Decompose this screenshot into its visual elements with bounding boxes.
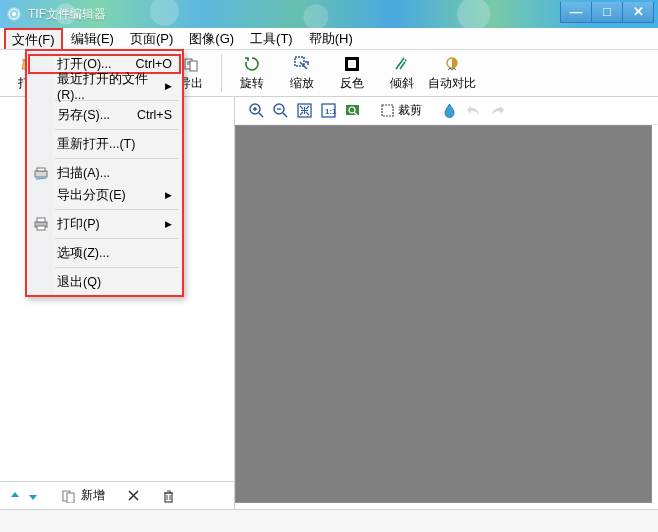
menu-image[interactable]: 图像(G) bbox=[181, 28, 242, 49]
svg-rect-13 bbox=[348, 60, 356, 68]
menu-tools[interactable]: 工具(T) bbox=[242, 28, 301, 49]
app-window: TIF文件编辑器 — □ ✕ 文件(F) 编辑(E) 页面(P) 图像(G) 工… bbox=[0, 0, 658, 532]
tb-skew[interactable]: 倾斜 bbox=[378, 52, 426, 94]
svg-rect-26 bbox=[35, 171, 47, 177]
svg-rect-17 bbox=[165, 493, 172, 502]
redo-button[interactable] bbox=[486, 100, 508, 122]
menu-separator bbox=[55, 267, 178, 268]
menu-edit[interactable]: 编辑(E) bbox=[63, 28, 122, 49]
export-icon bbox=[182, 55, 200, 73]
skew-icon bbox=[393, 55, 411, 73]
status-bar bbox=[0, 509, 658, 532]
new-page-icon bbox=[62, 489, 78, 503]
menu-page[interactable]: 页面(P) bbox=[122, 28, 181, 49]
canvas[interactable] bbox=[235, 125, 652, 503]
window-title: TIF文件编辑器 bbox=[28, 6, 106, 23]
window-controls: — □ ✕ bbox=[560, 6, 658, 23]
svg-rect-10 bbox=[190, 61, 197, 71]
file-menu-save-as[interactable]: 另存(S)... Ctrl+S bbox=[27, 104, 182, 126]
new-page-button[interactable]: 新增 bbox=[62, 487, 105, 504]
droplet-button[interactable] bbox=[438, 100, 460, 122]
menu-separator bbox=[55, 158, 178, 159]
file-menu-export-pages[interactable]: 导出分页(E) ▶ bbox=[27, 184, 182, 206]
tb-zoom[interactable]: 缩放 bbox=[278, 52, 326, 94]
file-menu-exit[interactable]: 退出(Q) bbox=[27, 271, 182, 293]
delete-page-button[interactable] bbox=[127, 489, 140, 502]
chevron-right-icon: ▶ bbox=[165, 81, 172, 91]
file-menu-reopen[interactable]: 重新打开...(T) bbox=[27, 133, 182, 155]
tb-rotate[interactable]: 旋转 bbox=[228, 52, 276, 94]
close-button[interactable]: ✕ bbox=[623, 2, 654, 23]
zoom-in-button[interactable] bbox=[245, 100, 267, 122]
menu-separator bbox=[55, 209, 178, 210]
scanner-icon bbox=[33, 165, 49, 181]
svg-rect-25 bbox=[382, 105, 393, 116]
titlebar: TIF文件编辑器 — □ ✕ bbox=[0, 0, 658, 28]
view-toolbar: 1:1 裁剪 bbox=[235, 97, 658, 125]
move-up-button[interactable] bbox=[8, 489, 22, 503]
left-pane-toolbar: 新增 bbox=[0, 481, 234, 509]
zoom-region-button[interactable] bbox=[341, 100, 363, 122]
undo-button[interactable] bbox=[462, 100, 484, 122]
zoom-icon bbox=[293, 55, 311, 73]
app-icon bbox=[6, 6, 22, 22]
trash-button[interactable] bbox=[162, 489, 175, 503]
crop-button[interactable]: 裁剪 bbox=[377, 100, 424, 122]
svg-rect-30 bbox=[37, 226, 45, 230]
file-menu-options[interactable]: 选项(Z)... bbox=[27, 242, 182, 264]
chevron-right-icon: ▶ bbox=[165, 190, 172, 200]
file-menu-print[interactable]: 打印(P) ▶ bbox=[27, 213, 182, 235]
menu-file[interactable]: 文件(F) bbox=[4, 28, 63, 49]
minimize-button[interactable]: — bbox=[560, 2, 592, 23]
svg-rect-16 bbox=[67, 493, 74, 503]
zoom-out-button[interactable] bbox=[269, 100, 291, 122]
move-down-button[interactable] bbox=[26, 489, 40, 503]
file-menu-scan[interactable]: 扫描(A)... bbox=[27, 162, 182, 184]
menubar: 文件(F) 编辑(E) 页面(P) 图像(G) 工具(T) 帮助(H) bbox=[0, 28, 658, 50]
rotate-icon bbox=[243, 55, 261, 73]
invert-icon bbox=[343, 55, 361, 73]
chevron-right-icon: ▶ bbox=[165, 219, 172, 229]
menu-help[interactable]: 帮助(H) bbox=[301, 28, 361, 49]
fit-button[interactable] bbox=[293, 100, 315, 122]
right-pane: 1:1 裁剪 bbox=[235, 97, 658, 509]
contrast-icon bbox=[443, 55, 461, 73]
crop-icon bbox=[379, 102, 396, 119]
tb-invert[interactable]: 反色 bbox=[328, 52, 376, 94]
file-menu-dropdown: 打开(O)... Ctrl+O 最近打开的文件(R)... ▶ 另存(S)...… bbox=[25, 49, 184, 297]
toolbar-separator bbox=[221, 54, 222, 92]
svg-text:1:1: 1:1 bbox=[325, 107, 337, 116]
file-menu-recent[interactable]: 最近打开的文件(R)... ▶ bbox=[27, 75, 182, 97]
printer-icon bbox=[33, 216, 49, 232]
tb-auto-contrast[interactable]: 自动对比 bbox=[428, 52, 476, 94]
maximize-button[interactable]: □ bbox=[592, 2, 623, 23]
actual-size-button[interactable]: 1:1 bbox=[317, 100, 339, 122]
svg-point-2 bbox=[12, 12, 16, 16]
svg-rect-29 bbox=[37, 218, 45, 222]
menu-separator bbox=[55, 238, 178, 239]
svg-rect-27 bbox=[37, 168, 45, 171]
menu-separator bbox=[55, 129, 178, 130]
